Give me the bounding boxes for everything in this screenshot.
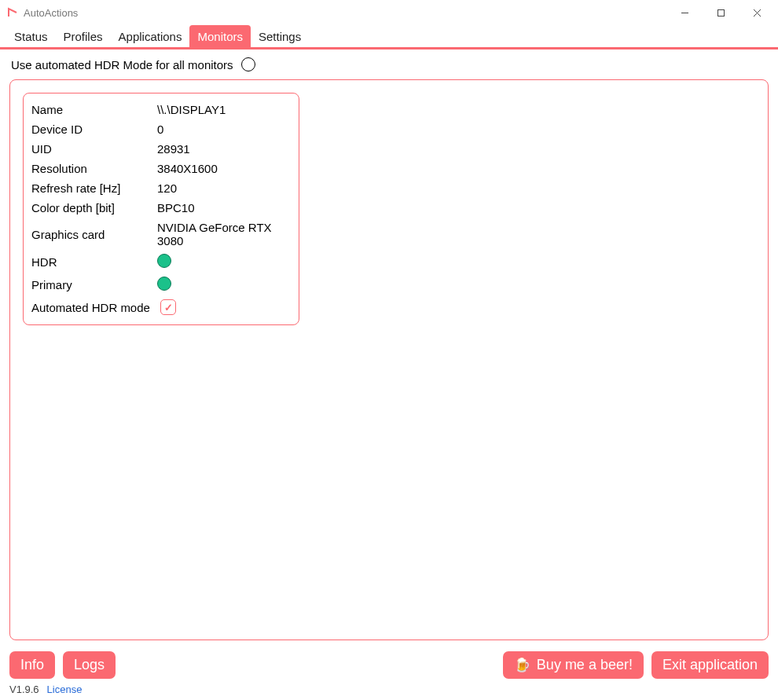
monitor-row-auto-hdr: Automated HDR mode ✓ xyxy=(31,296,291,318)
monitor-label: Automated HDR mode xyxy=(31,301,157,314)
hdr-status-dot-icon xyxy=(157,254,171,268)
primary-status-dot-icon xyxy=(157,277,171,291)
tab-applications[interactable]: Applications xyxy=(111,25,190,47)
monitor-label: Color depth [bit] xyxy=(31,201,157,214)
beer-icon: 🍺 xyxy=(514,657,530,673)
window-title: AutoActions xyxy=(24,7,78,19)
monitor-value: 28931 xyxy=(157,142,291,156)
monitor-value: NVIDIA GeForce RTX 3080 xyxy=(157,221,291,247)
minimize-button[interactable] xyxy=(666,0,703,25)
monitor-label: UID xyxy=(31,142,157,156)
version-label: V1.9.6 xyxy=(9,684,39,695)
monitor-row-resolution: Resolution 3840X1600 xyxy=(31,159,291,178)
monitor-row-primary: Primary xyxy=(31,273,291,296)
footer-buttons: Info Logs 🍺 Buy me a beer! Exit applicat… xyxy=(0,647,778,682)
monitor-value: 3840X1600 xyxy=(157,162,291,175)
global-hdr-radio[interactable] xyxy=(241,57,255,71)
tab-monitors[interactable]: Monitors xyxy=(189,25,251,47)
tab-bar: Status Profiles Applications Monitors Se… xyxy=(0,25,778,49)
monitor-label: Primary xyxy=(31,278,157,291)
status-bar: V1.9.6 License xyxy=(0,682,778,700)
global-hdr-label: Use automated HDR Mode for all monitors xyxy=(11,58,233,71)
monitor-value: 120 xyxy=(157,181,291,195)
tab-profiles[interactable]: Profiles xyxy=(56,25,111,47)
monitor-row-deviceid: Device ID 0 xyxy=(31,119,291,139)
monitor-label: Refresh rate [Hz] xyxy=(31,181,157,195)
monitor-row-hdr: HDR xyxy=(31,251,291,273)
info-button[interactable]: Info xyxy=(9,651,55,679)
monitor-row-colordepth: Color depth [bit] BPC10 xyxy=(31,198,291,218)
monitor-label: Device ID xyxy=(31,123,157,136)
maximize-button[interactable] xyxy=(703,0,739,25)
auto-hdr-checkbox[interactable]: ✓ xyxy=(160,299,176,315)
svg-rect-0 xyxy=(717,9,724,16)
app-logo-icon xyxy=(6,6,19,19)
logs-button[interactable]: Logs xyxy=(63,651,116,679)
monitor-value: 0 xyxy=(157,123,291,136)
monitor-label: HDR xyxy=(31,255,157,269)
monitor-label: Name xyxy=(31,103,157,116)
tab-settings[interactable]: Settings xyxy=(251,25,309,47)
monitors-panel: Name \\.\DISPLAY1 Device ID 0 UID 28931 … xyxy=(9,79,769,640)
close-button[interactable] xyxy=(739,0,775,25)
tab-status[interactable]: Status xyxy=(6,25,56,47)
buy-beer-button[interactable]: 🍺 Buy me a beer! xyxy=(503,651,644,679)
global-hdr-option: Use automated HDR Mode for all monitors xyxy=(0,49,778,78)
monitor-row-refresh: Refresh rate [Hz] 120 xyxy=(31,178,291,198)
monitor-label: Resolution xyxy=(31,162,157,175)
monitor-label: Graphics card xyxy=(31,228,157,241)
license-link[interactable]: License xyxy=(47,684,83,695)
monitor-row-gpu: Graphics card NVIDIA GeForce RTX 3080 xyxy=(31,218,291,251)
exit-button[interactable]: Exit application xyxy=(651,651,769,679)
monitor-value: BPC10 xyxy=(157,201,291,214)
monitor-value: \\.\DISPLAY1 xyxy=(157,103,291,116)
titlebar: AutoActions xyxy=(0,0,778,25)
monitor-card: Name \\.\DISPLAY1 Device ID 0 UID 28931 … xyxy=(23,93,299,325)
monitor-row-uid: UID 28931 xyxy=(31,139,291,159)
monitor-row-name: Name \\.\DISPLAY1 xyxy=(31,100,291,119)
buy-beer-label: Buy me a beer! xyxy=(537,657,633,673)
